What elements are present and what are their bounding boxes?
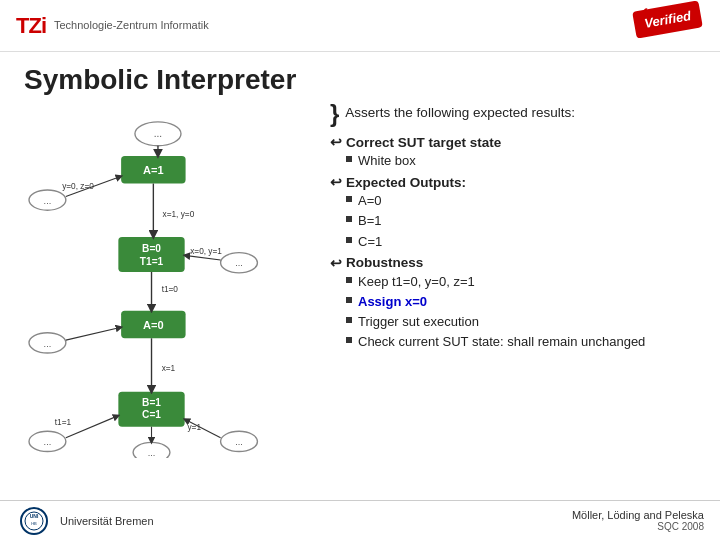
section-label-3: Robustness xyxy=(346,255,423,270)
bullet-icon xyxy=(346,156,352,162)
main-content: ... A=1 B=0 T1=1 A=0 B=1 C=1 xyxy=(0,104,720,508)
section-correct-sut: ↩ Correct SUT target state xyxy=(330,134,700,150)
svg-text:x=0, y=1: x=0, y=1 xyxy=(190,247,222,256)
svg-text:t1=1: t1=1 xyxy=(55,418,72,427)
diagram-area: ... A=1 B=0 T1=1 A=0 B=1 C=1 xyxy=(10,108,310,508)
svg-text:T1=1: T1=1 xyxy=(140,256,164,267)
svg-text:B=0: B=0 xyxy=(142,243,161,254)
item-text: Check current SUT state: shall remain un… xyxy=(358,333,645,351)
quote-mark: } xyxy=(330,102,339,126)
recycle-icon-3: ↩ xyxy=(330,255,342,271)
svg-text:x=1, y=0: x=1, y=0 xyxy=(163,210,195,219)
svg-text:...: ... xyxy=(44,196,52,206)
bullet-icon xyxy=(346,196,352,202)
verified-stamp: ✓ Verified xyxy=(634,6,704,46)
svg-text:...: ... xyxy=(235,437,243,447)
section-label-1: Correct SUT target state xyxy=(346,135,501,150)
tzi-logo: TZi xyxy=(16,13,46,39)
svg-text:HB: HB xyxy=(31,521,37,526)
recycle-icon-1: ↩ xyxy=(330,134,342,150)
svg-text:...: ... xyxy=(235,258,243,268)
svg-line-27 xyxy=(66,416,119,438)
list-item: B=1 xyxy=(346,212,700,230)
footer-conference: SQC 2008 xyxy=(572,521,704,532)
svg-text:C=1: C=1 xyxy=(142,409,161,420)
bullet-icon xyxy=(346,216,352,222)
svg-text:...: ... xyxy=(44,339,52,349)
item-text-highlight: Assign x=0 xyxy=(358,293,427,311)
svg-text:...: ... xyxy=(148,448,156,458)
list-item: C=1 xyxy=(346,233,700,251)
section-expected-outputs: ↩ Expected Outputs: xyxy=(330,174,700,190)
item-text: A=0 xyxy=(358,192,382,210)
list-item: Assign x=0 xyxy=(346,293,700,311)
text-area: } Asserts the following expected results… xyxy=(310,104,710,508)
svg-text:x=1: x=1 xyxy=(162,364,176,373)
svg-line-21 xyxy=(185,255,221,260)
svg-text:A=0: A=0 xyxy=(143,319,164,331)
university-seal-icon: UNI HB xyxy=(16,506,52,536)
list-item: Trigger sut execution xyxy=(346,313,700,331)
bullet-icon xyxy=(346,337,352,343)
bullet-icon xyxy=(346,317,352,323)
list-item: Check current SUT state: shall remain un… xyxy=(346,333,700,351)
item-text: White box xyxy=(358,152,416,170)
item-text: Keep t1=0, y=0, z=1 xyxy=(358,273,475,291)
svg-text:t1=0: t1=0 xyxy=(162,285,179,294)
item-text: Trigger sut execution xyxy=(358,313,479,331)
svg-text:UNI: UNI xyxy=(30,513,39,519)
logo-subtitle: Technologie-Zentrum Informatik xyxy=(54,19,209,32)
svg-text:...: ... xyxy=(154,128,162,139)
state-diagram: ... A=1 B=0 T1=1 A=0 B=1 C=1 xyxy=(10,108,305,458)
page-title: Symbolic Interpreter xyxy=(0,52,720,104)
svg-text:B=1: B=1 xyxy=(142,397,161,408)
bullet-icon xyxy=(346,237,352,243)
svg-text:y=0, z=0: y=0, z=0 xyxy=(62,182,94,191)
university-name: Universität Bremen xyxy=(60,515,154,527)
svg-text:A=1: A=1 xyxy=(143,164,164,176)
item-text: B=1 xyxy=(358,212,382,230)
intro-text: Asserts the following expected results: xyxy=(345,104,575,123)
footer-logo: UNI HB Universität Bremen xyxy=(16,506,154,536)
footer-credits: Möller, Löding and Peleska SQC 2008 xyxy=(572,509,704,532)
svg-line-24 xyxy=(66,327,121,340)
list-item: A=0 xyxy=(346,192,700,210)
footer-author: Möller, Löding and Peleska xyxy=(572,509,704,521)
svg-text:y=1: y=1 xyxy=(187,423,201,432)
footer: UNI HB Universität Bremen Möller, Löding… xyxy=(0,500,720,540)
section-robustness: ↩ Robustness xyxy=(330,255,700,271)
logo-area: TZi Technologie-Zentrum Informatik xyxy=(16,13,209,39)
recycle-icon-2: ↩ xyxy=(330,174,342,190)
bullet-icon xyxy=(346,297,352,303)
header: TZi Technologie-Zentrum Informatik ✓ Ver… xyxy=(0,0,720,52)
intro-line: } Asserts the following expected results… xyxy=(330,104,700,126)
svg-text:...: ... xyxy=(44,437,52,447)
bullet-icon xyxy=(346,277,352,283)
item-text: C=1 xyxy=(358,233,382,251)
section-label-2: Expected Outputs: xyxy=(346,175,466,190)
list-item: Keep t1=0, y=0, z=1 xyxy=(346,273,700,291)
list-item: White box xyxy=(346,152,700,170)
